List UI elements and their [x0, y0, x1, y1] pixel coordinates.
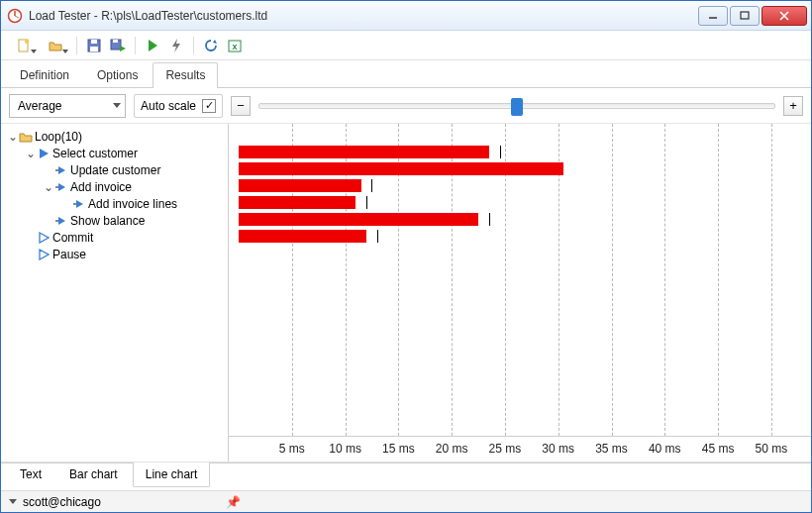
refresh-button[interactable] — [200, 35, 222, 56]
svg-marker-20 — [40, 149, 49, 158]
play-arrow-icon — [72, 198, 86, 210]
svg-marker-29 — [40, 233, 49, 243]
tree-row[interactable]: Commit — [1, 229, 228, 246]
tab-line-chart[interactable]: Line chart — [133, 462, 211, 487]
tab-options[interactable]: Options — [84, 62, 151, 88]
tree-label: Add invoice — [70, 180, 132, 194]
tree-label: Add invoice lines — [88, 197, 177, 211]
tab-bar-chart[interactable]: Bar chart — [56, 462, 131, 487]
open-button[interactable] — [41, 35, 70, 56]
zoom-slider-thumb[interactable] — [511, 98, 523, 116]
axis-tick-label: 10 ms — [329, 442, 361, 456]
play-outline-icon — [37, 232, 51, 244]
tree-row[interactable]: Pause — [1, 246, 228, 262]
tab-results[interactable]: Results — [152, 62, 218, 88]
toolbar-separator — [135, 37, 136, 54]
axis-tick-label: 50 ms — [756, 442, 788, 456]
gridline — [771, 124, 772, 436]
tree-label: Select customer — [52, 147, 138, 160]
svg-marker-27 — [58, 217, 65, 225]
status-chevron-icon[interactable] — [9, 499, 17, 504]
folder-icon — [19, 131, 33, 143]
axis-tick-label: 25 ms — [489, 442, 522, 456]
play-arrow-icon — [54, 164, 68, 176]
minimize-button[interactable] — [698, 6, 728, 26]
axis-tick-label: 35 ms — [595, 442, 628, 456]
axis-tick-label: 45 ms — [702, 442, 735, 456]
chart-bar — [239, 146, 489, 158]
svg-rect-10 — [91, 40, 97, 44]
svg-marker-14 — [120, 46, 126, 51]
autoscale-label: Auto scale — [141, 99, 196, 113]
save-button[interactable] — [83, 35, 105, 56]
svg-marker-23 — [58, 183, 65, 191]
svg-rect-24 — [55, 186, 58, 188]
zoom-in-button[interactable]: + — [783, 96, 803, 116]
tab-text[interactable]: Text — [7, 462, 54, 487]
svg-marker-15 — [149, 40, 157, 51]
chart-bar — [239, 179, 361, 192]
tree-label: Pause — [52, 248, 86, 261]
tree-row[interactable]: Add invoice lines — [1, 195, 228, 212]
chart-bar — [239, 213, 478, 226]
tree-row[interactable]: Show balance — [1, 212, 228, 229]
app-window: Load Tester - R:\pls\LoadTester\customer… — [0, 0, 812, 513]
chart-whisker — [371, 179, 372, 192]
axis-tick-label: 30 ms — [542, 442, 574, 456]
titlebar: Load Tester - R:\pls\LoadTester\customer… — [1, 1, 811, 31]
pin-icon[interactable]: 📌 — [226, 495, 241, 509]
play-arrow-icon — [54, 215, 68, 227]
zoom-out-button[interactable]: − — [231, 96, 251, 116]
controls-row: Average Auto scale ✓ − + — [1, 88, 811, 124]
close-button[interactable] — [761, 6, 807, 26]
play-outline-icon — [37, 249, 51, 260]
metric-select[interactable]: Average — [9, 94, 126, 118]
metric-select-value: Average — [18, 99, 61, 113]
tabs-top: Definition Options Results — [1, 60, 811, 88]
gridline — [612, 124, 613, 436]
flash-button[interactable] — [165, 35, 187, 56]
save-run-button[interactable] — [107, 35, 129, 56]
axis-tick-label: 5 ms — [279, 442, 305, 456]
autoscale-checkbox[interactable]: ✓ — [202, 99, 216, 113]
tree-row[interactable]: ⌄Loop(10) — [1, 128, 228, 145]
new-button[interactable] — [9, 35, 39, 56]
axis-tick-label: 20 ms — [436, 442, 468, 456]
svg-rect-28 — [55, 220, 58, 222]
axis-tick-label: 15 ms — [382, 442, 415, 456]
tree-expander[interactable]: ⌄ — [25, 147, 37, 160]
svg-rect-22 — [55, 169, 58, 171]
tree-row[interactable]: Update customer — [1, 161, 228, 178]
test-tree[interactable]: ⌄Loop(10)⌄Select customerUpdate customer… — [1, 124, 229, 462]
run-button[interactable] — [142, 35, 163, 56]
svg-rect-26 — [73, 203, 76, 205]
tree-expander[interactable]: ⌄ — [43, 180, 54, 194]
chart-whisker — [377, 230, 378, 243]
chart-whisker — [500, 146, 501, 158]
maximize-button[interactable] — [730, 6, 760, 26]
chart-axis: 5 ms10 ms15 ms20 ms25 ms30 ms35 ms40 ms4… — [229, 436, 811, 462]
svg-rect-4 — [741, 12, 749, 19]
tabs-bottom: Text Bar chart Line chart — [1, 462, 811, 490]
svg-marker-25 — [76, 200, 83, 208]
tree-row[interactable]: ⌄Select customer — [1, 145, 228, 161]
export-excel-button[interactable]: x — [224, 35, 246, 56]
chart-bar — [239, 230, 366, 243]
tab-definition[interactable]: Definition — [7, 62, 82, 88]
chart-bar — [239, 162, 563, 175]
gridline — [718, 124, 719, 436]
svg-rect-11 — [90, 47, 98, 51]
tree-expander[interactable]: ⌄ — [7, 130, 19, 144]
autoscale-toggle[interactable]: Auto scale ✓ — [134, 94, 223, 118]
tree-label: Update customer — [70, 163, 160, 177]
window-title: Load Tester - R:\pls\LoadTester\customer… — [29, 9, 696, 23]
zoom-slider[interactable] — [258, 103, 775, 109]
app-icon — [7, 8, 23, 24]
svg-point-8 — [25, 40, 29, 44]
toolbar: x — [1, 31, 811, 60]
tree-row[interactable]: ⌄Add invoice — [1, 178, 228, 195]
svg-marker-21 — [58, 166, 65, 174]
statusbar: scott@chicago 📌 — [1, 490, 811, 512]
chevron-down-icon — [113, 103, 121, 108]
zoom-group: − + — [231, 96, 803, 116]
